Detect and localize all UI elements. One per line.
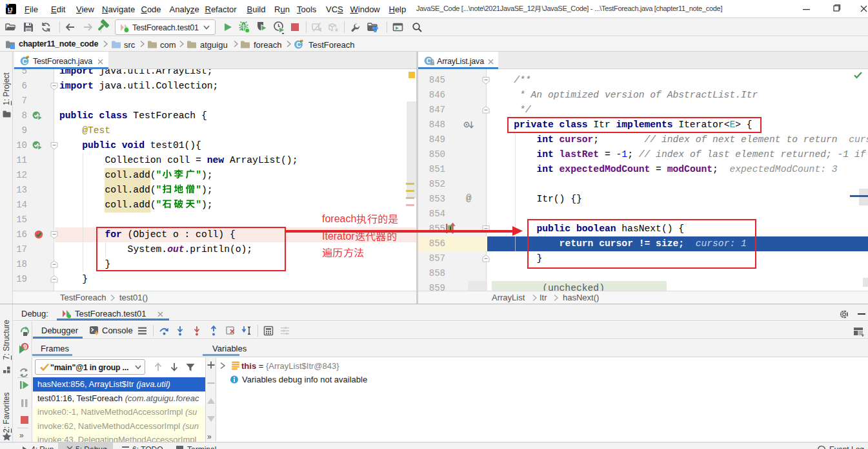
- svg-text:IJ: IJ: [8, 6, 13, 13]
